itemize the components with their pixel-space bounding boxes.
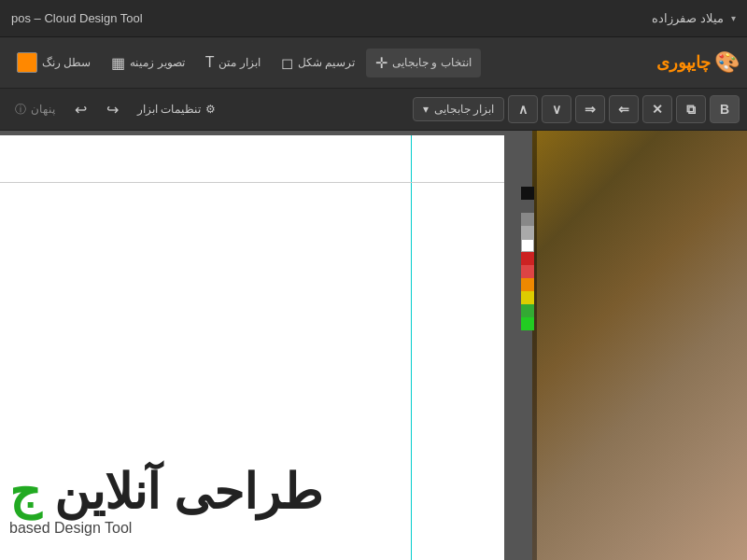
palette-white[interactable] <box>521 239 534 252</box>
sec-left-group: B ⧉ ✕ ⇐ ⇒ ∨ ∧ ابزار جابجایی ▾ <box>413 95 740 123</box>
arr-up-button[interactable]: ∧ <box>508 95 538 123</box>
hidden-icon: ⓘ <box>15 102 26 118</box>
text-icon: T <box>205 54 215 71</box>
palette-darkgray[interactable] <box>521 200 534 213</box>
text-label: ابزار متن <box>218 56 260 69</box>
logo-text: چایپوری <box>656 52 711 73</box>
palette-black[interactable] <box>521 187 534 200</box>
background-label: تصویر زمینه <box>130 56 184 69</box>
persian-title: طراحی آنلاین ج <box>9 468 322 516</box>
guide-horizontal <box>0 182 504 183</box>
palette-brightgreen[interactable] <box>521 317 534 330</box>
title-bar: pos – Cloud Design Tool ▾ میلاد صفرزاده <box>0 0 747 37</box>
main-toolbar: 🎨 چایپوری انتخاب و جابجایی ✛ ترسیم شکل ◻… <box>0 37 747 89</box>
sec-right-group: ⓘ پنهان ↩ ↪ تنظیمات ابزار ⚙ <box>7 95 223 123</box>
bold-button[interactable]: B <box>710 95 740 123</box>
guide-vertical <box>411 135 412 560</box>
tool-select[interactable]: انتخاب و جابجایی ✛ <box>366 49 481 77</box>
tool-group: انتخاب و جابجایی ✛ ترسیم شکل ◻ ابزار متن… <box>7 47 481 78</box>
persian-title-text: طراحی آنلاین <box>41 465 322 519</box>
delete-button[interactable]: ✕ <box>642 95 672 123</box>
logo-area: 🎨 چایپوری <box>656 50 740 75</box>
palette-yellow[interactable] <box>521 291 534 304</box>
undo-button[interactable]: ↩ <box>66 95 94 123</box>
tool-draw-shape[interactable]: ترسیم شکل ◻ <box>272 49 364 77</box>
palette-red[interactable] <box>521 252 534 265</box>
settings-label: تنظیمات ابزار <box>137 103 201 116</box>
color-bucket-label: سطل رنگ <box>42 56 91 69</box>
arr-left-button[interactable]: ⇐ <box>609 95 639 123</box>
user-area: ▾ میلاد صفرزاده <box>652 11 736 25</box>
canvas-area[interactable]: طراحی آنلاین ج based Design Tool <box>0 131 747 560</box>
color-palette <box>521 187 534 330</box>
select-label: انتخاب و جابجایی <box>392 56 472 69</box>
copy-button[interactable]: ⧉ <box>676 95 706 123</box>
palette-orange[interactable] <box>521 278 534 291</box>
user-dropdown-arrow[interactable]: ▾ <box>731 13 736 23</box>
select-icon: ✛ <box>375 54 388 72</box>
tool-label-icon: ▾ <box>423 103 429 116</box>
green-char: ج <box>9 465 41 519</box>
hidden-label: پنهان <box>31 103 55 116</box>
settings-button[interactable]: تنظیمات ابزار ⚙ <box>130 98 223 120</box>
redo-button[interactable]: ↪ <box>98 95 126 123</box>
logo-icon: 🎨 <box>714 50 740 75</box>
arr-right-button[interactable]: ⇒ <box>575 95 605 123</box>
settings-icon: ⚙ <box>205 103 216 116</box>
tool-color-bucket[interactable]: سطل رنگ <box>7 47 100 78</box>
palette-gray[interactable] <box>521 213 534 226</box>
window-title: pos – Cloud Design Tool <box>11 11 143 25</box>
background-icon: ▦ <box>111 54 125 72</box>
palette-lightgray[interactable] <box>521 226 534 239</box>
tool-text[interactable]: ابزار متن T <box>196 49 270 77</box>
bg-rocky <box>532 131 747 560</box>
color-swatch[interactable] <box>17 52 37 73</box>
hidden-button[interactable]: ⓘ پنهان <box>7 97 63 122</box>
canvas-content: طراحی آنلاین ج based Design Tool <box>9 468 322 537</box>
palette-green[interactable] <box>521 304 534 317</box>
secondary-toolbar: B ⧉ ✕ ⇐ ⇒ ∨ ∧ ابزار جابجایی ▾ ⓘ پنهان ↩ … <box>0 89 747 131</box>
draw-shape-icon: ◻ <box>281 54 293 72</box>
tool-label-text: ابزار جابجایی <box>434 103 494 116</box>
tool-background[interactable]: تصویر زمینه ▦ <box>102 49 193 77</box>
palette-lightred[interactable] <box>521 265 534 278</box>
user-name: میلاد صفرزاده <box>652 11 724 25</box>
subtitle-text: based Design Tool <box>9 520 322 537</box>
tool-label-button[interactable]: ابزار جابجایی ▾ <box>413 97 504 121</box>
white-canvas[interactable]: طراحی آنلاین ج based Design Tool <box>0 135 504 560</box>
arr-down-button[interactable]: ∨ <box>542 95 571 123</box>
draw-shape-label: ترسیم شکل <box>298 56 355 69</box>
